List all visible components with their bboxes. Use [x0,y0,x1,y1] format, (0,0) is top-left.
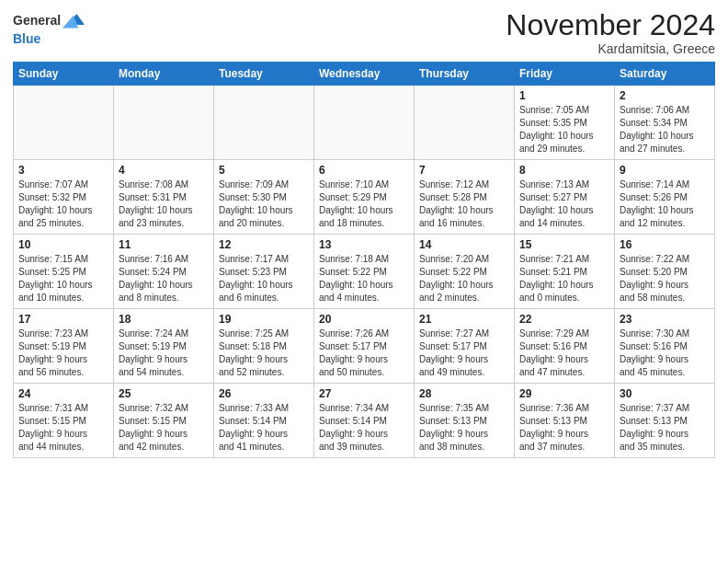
day-info: Sunrise: 7:33 AM Sunset: 5:14 PM Dayligh… [219,402,309,454]
day-number: 22 [519,313,609,326]
day-info: Sunrise: 7:24 AM Sunset: 5:19 PM Dayligh… [119,327,209,379]
day-cell: 16Sunrise: 7:22 AM Sunset: 5:20 PM Dayli… [615,235,715,309]
day-number: 9 [620,164,710,177]
day-number: 7 [419,164,509,177]
day-info: Sunrise: 7:35 AM Sunset: 5:13 PM Dayligh… [419,402,509,454]
week-row-1: 1Sunrise: 7:05 AM Sunset: 5:35 PM Daylig… [14,86,715,160]
day-cell: 29Sunrise: 7:36 AM Sunset: 5:13 PM Dayli… [515,384,615,458]
day-cell [114,86,214,160]
day-info: Sunrise: 7:31 AM Sunset: 5:15 PM Dayligh… [18,402,108,454]
day-number: 25 [119,387,209,400]
day-info: Sunrise: 7:30 AM Sunset: 5:16 PM Dayligh… [620,327,710,379]
day-info: Sunrise: 7:06 AM Sunset: 5:34 PM Dayligh… [620,104,710,155]
day-cell: 23Sunrise: 7:30 AM Sunset: 5:16 PM Dayli… [615,309,715,384]
day-cell: 7Sunrise: 7:12 AM Sunset: 5:28 PM Daylig… [415,160,515,235]
day-info: Sunrise: 7:12 AM Sunset: 5:28 PM Dayligh… [419,178,509,230]
day-number: 27 [319,387,409,400]
day-info: Sunrise: 7:15 AM Sunset: 5:25 PM Dayligh… [18,253,108,304]
day-cell: 26Sunrise: 7:33 AM Sunset: 5:14 PM Dayli… [214,384,314,458]
day-info: Sunrise: 7:13 AM Sunset: 5:27 PM Dayligh… [519,178,609,230]
day-info: Sunrise: 7:09 AM Sunset: 5:30 PM Dayligh… [219,178,309,230]
day-info: Sunrise: 7:14 AM Sunset: 5:26 PM Dayligh… [620,178,710,230]
day-cell: 5Sunrise: 7:09 AM Sunset: 5:30 PM Daylig… [214,160,314,235]
weekday-header-row: SundayMondayTuesdayWednesdayThursdayFrid… [14,63,715,86]
day-number: 17 [18,313,108,326]
day-number: 23 [620,313,710,326]
day-cell: 22Sunrise: 7:29 AM Sunset: 5:16 PM Dayli… [515,309,615,384]
weekday-header-friday: Friday [515,63,615,86]
day-cell: 3Sunrise: 7:07 AM Sunset: 5:32 PM Daylig… [14,160,114,235]
day-number: 4 [119,164,209,177]
day-number: 26 [219,387,309,400]
day-number: 2 [620,89,710,102]
location: Kardamitsia, Greece [506,41,715,56]
day-cell: 20Sunrise: 7:26 AM Sunset: 5:17 PM Dayli… [314,309,415,384]
day-cell: 25Sunrise: 7:32 AM Sunset: 5:15 PM Dayli… [114,384,214,458]
day-cell: 13Sunrise: 7:18 AM Sunset: 5:22 PM Dayli… [314,235,415,309]
calendar: SundayMondayTuesdayWednesdayThursdayFrid… [13,62,715,458]
week-row-2: 3Sunrise: 7:07 AM Sunset: 5:32 PM Daylig… [14,160,715,235]
day-number: 8 [519,164,609,177]
day-number: 10 [18,238,108,251]
day-info: Sunrise: 7:32 AM Sunset: 5:15 PM Dayligh… [119,402,209,454]
day-cell: 27Sunrise: 7:34 AM Sunset: 5:14 PM Dayli… [314,384,415,458]
day-number: 5 [219,164,309,177]
day-info: Sunrise: 7:08 AM Sunset: 5:31 PM Dayligh… [119,178,209,230]
weekday-header-saturday: Saturday [615,63,715,86]
day-cell: 2Sunrise: 7:06 AM Sunset: 5:34 PM Daylig… [615,86,715,160]
week-row-3: 10Sunrise: 7:15 AM Sunset: 5:25 PM Dayli… [14,235,715,309]
day-cell [314,86,415,160]
month-title: November 2024 [506,9,715,41]
weekday-header-tuesday: Tuesday [214,63,314,86]
day-info: Sunrise: 7:27 AM Sunset: 5:17 PM Dayligh… [419,327,509,379]
weekday-header-thursday: Thursday [415,63,515,86]
weekday-header-sunday: Sunday [14,63,114,86]
day-cell: 15Sunrise: 7:21 AM Sunset: 5:21 PM Dayli… [515,235,615,309]
day-info: Sunrise: 7:26 AM Sunset: 5:17 PM Dayligh… [319,327,409,379]
weekday-header-monday: Monday [114,63,214,86]
day-number: 18 [119,313,209,326]
day-info: Sunrise: 7:07 AM Sunset: 5:32 PM Dayligh… [18,178,108,230]
header: General Blue November 2024 Kardamitsia, … [13,9,715,56]
day-cell: 28Sunrise: 7:35 AM Sunset: 5:13 PM Dayli… [415,384,515,458]
day-number: 13 [319,238,409,251]
day-info: Sunrise: 7:20 AM Sunset: 5:22 PM Dayligh… [419,253,509,304]
day-info: Sunrise: 7:22 AM Sunset: 5:20 PM Dayligh… [620,253,710,304]
day-number: 16 [620,238,710,251]
day-cell: 11Sunrise: 7:16 AM Sunset: 5:24 PM Dayli… [114,235,214,309]
logo-icon [63,9,85,29]
day-cell: 12Sunrise: 7:17 AM Sunset: 5:23 PM Dayli… [214,235,314,309]
week-row-4: 17Sunrise: 7:23 AM Sunset: 5:19 PM Dayli… [14,309,715,384]
day-info: Sunrise: 7:25 AM Sunset: 5:18 PM Dayligh… [219,327,309,379]
logo-general: General [13,13,61,28]
day-cell: 19Sunrise: 7:25 AM Sunset: 5:18 PM Dayli… [214,309,314,384]
day-info: Sunrise: 7:29 AM Sunset: 5:16 PM Dayligh… [519,327,609,379]
day-info: Sunrise: 7:37 AM Sunset: 5:13 PM Dayligh… [620,402,710,454]
day-cell [415,86,515,160]
day-info: Sunrise: 7:21 AM Sunset: 5:21 PM Dayligh… [519,253,609,304]
week-row-5: 24Sunrise: 7:31 AM Sunset: 5:15 PM Dayli… [14,384,715,458]
day-info: Sunrise: 7:36 AM Sunset: 5:13 PM Dayligh… [519,402,609,454]
day-info: Sunrise: 7:10 AM Sunset: 5:29 PM Dayligh… [319,178,409,230]
day-cell: 17Sunrise: 7:23 AM Sunset: 5:19 PM Dayli… [14,309,114,384]
day-cell: 21Sunrise: 7:27 AM Sunset: 5:17 PM Dayli… [415,309,515,384]
day-number: 3 [18,164,108,177]
day-number: 6 [319,164,409,177]
logo-blue: Blue [13,31,40,46]
day-cell: 8Sunrise: 7:13 AM Sunset: 5:27 PM Daylig… [515,160,615,235]
day-info: Sunrise: 7:18 AM Sunset: 5:22 PM Dayligh… [319,253,409,304]
day-number: 1 [519,89,609,102]
day-number: 20 [319,313,409,326]
day-cell: 18Sunrise: 7:24 AM Sunset: 5:19 PM Dayli… [114,309,214,384]
day-number: 12 [219,238,309,251]
day-info: Sunrise: 7:16 AM Sunset: 5:24 PM Dayligh… [119,253,209,304]
day-cell [14,86,114,160]
day-number: 14 [419,238,509,251]
day-cell: 6Sunrise: 7:10 AM Sunset: 5:29 PM Daylig… [314,160,415,235]
day-cell: 30Sunrise: 7:37 AM Sunset: 5:13 PM Dayli… [615,384,715,458]
day-number: 30 [620,387,710,400]
day-number: 29 [519,387,609,400]
day-info: Sunrise: 7:23 AM Sunset: 5:19 PM Dayligh… [18,327,108,379]
day-info: Sunrise: 7:17 AM Sunset: 5:23 PM Dayligh… [219,253,309,304]
day-number: 11 [119,238,209,251]
